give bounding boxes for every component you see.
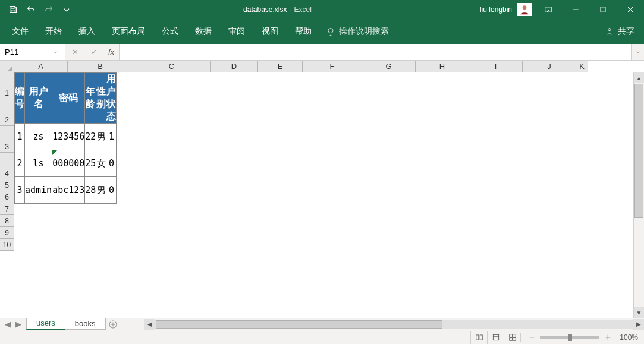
column-header-A[interactable]: A [14, 61, 68, 72]
row-header-7[interactable]: 7 [0, 203, 14, 215]
row-header-9[interactable]: 9 [0, 227, 14, 239]
avatar[interactable] [517, 3, 532, 16]
column-header-E[interactable]: E [258, 61, 303, 72]
scroll-right-button[interactable]: ▶ [633, 319, 644, 330]
table-cell[interactable]: 0 [106, 177, 117, 204]
minimize-button[interactable] [562, 0, 589, 19]
table-cell[interactable]: ls [25, 150, 52, 177]
close-button[interactable] [617, 0, 644, 19]
table-cell[interactable]: zs [25, 124, 52, 150]
table-cell[interactable]: 123456 [52, 124, 85, 150]
cancel-formula-button[interactable]: ✕ [65, 44, 84, 61]
row-header-4[interactable]: 4 [0, 153, 14, 179]
row-header-5[interactable]: 5 [0, 179, 14, 191]
share-label: 共享 [618, 26, 634, 37]
row-header-10[interactable]: 10 [0, 239, 14, 251]
table-cell[interactable]: 0 [106, 150, 117, 177]
ribbon-display-options-button[interactable] [535, 0, 562, 19]
row-header-6[interactable]: 6 [0, 191, 14, 203]
table-cell[interactable]: admin [25, 177, 52, 204]
table-cell[interactable]: 女 [96, 150, 106, 177]
ribbon-tab-5[interactable]: 数据 [187, 23, 220, 40]
ribbon-tab-7[interactable]: 视图 [253, 23, 287, 40]
zoom-percent[interactable]: 100% [620, 333, 638, 342]
select-all-button[interactable] [0, 61, 14, 72]
table-cell[interactable]: 22 [85, 124, 96, 150]
row-header-1[interactable]: 1 [0, 72, 14, 99]
save-button[interactable] [5, 1, 21, 18]
expand-formula-bar-button[interactable] [631, 44, 644, 60]
zoom-slider[interactable] [540, 336, 599, 339]
table-header[interactable]: 编号 [15, 73, 25, 124]
enter-formula-button[interactable]: ✓ [84, 44, 103, 61]
sheet-tab-books[interactable]: books [65, 318, 106, 330]
new-sheet-button[interactable] [105, 318, 121, 330]
column-header-D[interactable]: D [211, 61, 258, 72]
redo-button[interactable] [40, 1, 57, 18]
table-cell[interactable]: 3 [15, 177, 25, 204]
scroll-left-button[interactable]: ◀ [144, 319, 155, 330]
column-header-H[interactable]: H [416, 61, 469, 72]
horizontal-scroll-thumb[interactable] [156, 320, 443, 329]
column-header-I[interactable]: I [469, 61, 523, 72]
table-cell[interactable]: 2 [15, 150, 25, 177]
name-box-dropdown-icon[interactable] [51, 48, 60, 57]
ribbon-tab-1[interactable]: 开始 [37, 23, 70, 40]
qat-customize-button[interactable] [58, 1, 75, 18]
table-cell[interactable]: abc123 [52, 177, 85, 204]
column-header-F[interactable]: F [303, 61, 362, 72]
zoom-slider-thumb[interactable] [568, 334, 572, 341]
vertical-scrollbar[interactable]: ▲ ▼ [633, 72, 644, 318]
table-cell[interactable]: 28 [85, 177, 96, 204]
table-header[interactable]: 用户状态 [106, 73, 117, 124]
column-header-J[interactable]: J [523, 61, 576, 72]
ribbon-tab-0[interactable]: 文件 [4, 23, 37, 40]
table-header[interactable]: 用户名 [25, 73, 52, 124]
table-cell[interactable]: 1 [106, 124, 117, 150]
undo-button[interactable] [23, 1, 39, 18]
column-header-G[interactable]: G [362, 61, 416, 72]
table-header[interactable]: 年龄 [85, 73, 96, 124]
page-layout-view-button[interactable] [487, 331, 504, 344]
sheet-tab-next-button[interactable]: ▶ [14, 320, 23, 329]
column-header-K[interactable]: K [576, 61, 588, 72]
ribbon-tab-8[interactable]: 帮助 [287, 23, 320, 40]
ribbon-tab-3[interactable]: 页面布局 [103, 23, 153, 40]
horizontal-scrollbar[interactable]: ◀ ▶ [144, 318, 645, 330]
ribbon-tab-2[interactable]: 插入 [70, 23, 103, 40]
table-header[interactable]: 密码 [52, 73, 85, 124]
table-cell[interactable]: 男 [96, 124, 106, 150]
tell-me-search[interactable]: 操作说明搜索 [320, 24, 395, 39]
sheet-tab-users[interactable]: users [26, 317, 65, 330]
table-row: 3adminabc12328男0 [15, 177, 117, 204]
normal-view-button[interactable] [470, 331, 487, 344]
table-cell[interactable]: 000000 [52, 150, 85, 177]
user-area[interactable]: liu longbin [480, 3, 535, 16]
sheet-tab-prev-button[interactable]: ◀ [4, 320, 12, 329]
share-button[interactable]: 共享 [599, 24, 640, 39]
row-header-8[interactable]: 8 [0, 215, 14, 227]
vertical-scroll-thumb[interactable] [634, 84, 643, 218]
name-box[interactable]: P11 [0, 44, 65, 60]
table-cell[interactable]: 男 [96, 177, 106, 204]
table-header[interactable]: 性别 [96, 73, 106, 124]
scroll-down-button[interactable]: ▼ [634, 307, 644, 318]
zoom-out-button[interactable]: − [527, 333, 536, 342]
insert-function-button[interactable]: fx [103, 48, 119, 56]
column-header-B[interactable]: B [68, 61, 133, 72]
scroll-up-button[interactable]: ▲ [634, 72, 644, 83]
maximize-button[interactable] [589, 0, 617, 19]
table-cell[interactable]: 25 [85, 150, 96, 177]
formula-input[interactable] [120, 44, 631, 60]
row-header-3[interactable]: 3 [0, 126, 14, 153]
column-header-C[interactable]: C [133, 61, 211, 72]
table-cell[interactable]: 1 [15, 124, 25, 150]
ribbon-tab-6[interactable]: 审阅 [220, 23, 253, 40]
row-header-2[interactable]: 2 [0, 99, 14, 126]
page-break-view-button[interactable] [504, 331, 520, 344]
svg-point-2 [523, 5, 527, 10]
zoom-in-button[interactable]: + [603, 333, 612, 342]
ribbon-tab-4[interactable]: 公式 [153, 23, 187, 40]
ribbon-tabs: 文件开始插入页面布局公式数据审阅视图帮助 [4, 23, 320, 40]
grid[interactable]: ABCDEFGHIJK 12345678910 编号用户名密码年龄性别用户状态1… [0, 61, 644, 318]
